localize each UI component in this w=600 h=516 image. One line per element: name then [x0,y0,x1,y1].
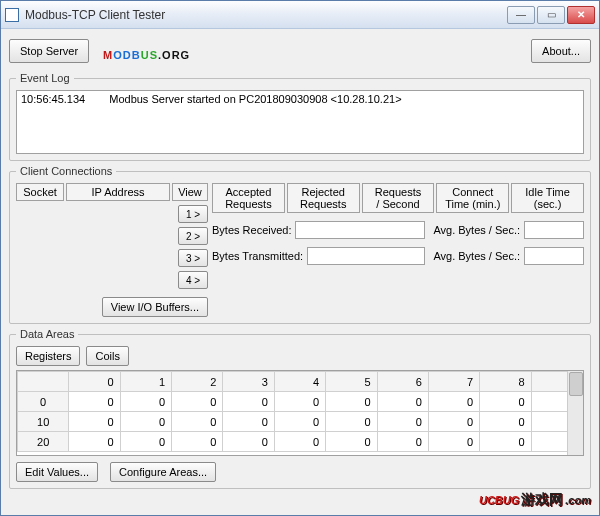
edit-values-button[interactable]: Edit Values... [16,462,98,482]
stop-server-button[interactable]: Stop Server [9,39,89,63]
col-accepted-requests: AcceptedRequests [212,183,285,213]
data-cell[interactable]: 0 [120,412,171,432]
col-hdr: 4 [274,372,325,392]
configure-areas-button[interactable]: Configure Areas... [110,462,216,482]
event-log-list[interactable]: 10:56:45.134 Modbus Server started on PC… [16,90,584,154]
view-1-button[interactable]: 1 > [178,205,208,223]
data-cell[interactable]: 0 [326,432,377,452]
view-io-buffers-button[interactable]: View I/O Buffers... [102,297,208,317]
data-cell[interactable]: 0 [480,412,531,432]
window-title: Modbus-TCP Client Tester [25,8,507,22]
app-window: Modbus-TCP Client Tester — ▭ ✕ Stop Serv… [0,0,600,516]
col-hdr: 7 [428,372,479,392]
minimize-button[interactable]: — [507,6,535,24]
data-cell[interactable]: 0 [120,432,171,452]
avg-bytes-tx-field [524,247,584,265]
content-area: Stop Server MODBUS.ORG About... Event Lo… [1,29,599,499]
data-cell[interactable]: 0 [69,412,120,432]
data-cell[interactable]: 0 [377,412,428,432]
data-areas-legend: Data Areas [16,328,78,340]
col-ip-address: IP Address [66,183,170,201]
view-4-button[interactable]: 4 > [178,271,208,289]
log-message: Modbus Server started on PC201809030908 … [109,93,401,105]
app-icon [5,8,19,22]
data-cell[interactable]: 0 [172,432,223,452]
data-cell[interactable]: 0 [326,412,377,432]
data-cell[interactable]: 0 [480,392,531,412]
data-cell[interactable]: 0 [223,412,274,432]
logo-letter: B [132,49,141,61]
logo-letter: O [162,49,172,61]
logo-letter: U [141,49,150,61]
view-3-button[interactable]: 3 > [178,249,208,267]
data-cell[interactable]: 0 [326,392,377,412]
data-cell[interactable]: 0 [223,432,274,452]
data-cell[interactable]: 0 [120,392,171,412]
col-hdr: 8 [480,372,531,392]
data-areas-group: Data Areas Registers Coils 0 1 2 3 4 5 6 [9,328,591,489]
registers-button[interactable]: Registers [16,346,80,366]
logo-letter: M [103,49,113,61]
logo-letter: S [150,49,158,61]
log-time: 10:56:45.134 [21,93,85,105]
data-cell[interactable]: 0 [428,412,479,432]
scroll-thumb[interactable] [569,372,583,396]
logo-letter: O [113,49,123,61]
maximize-button[interactable]: ▭ [537,6,565,24]
window-controls: — ▭ ✕ [507,6,595,24]
client-connections-group: Client Connections Socket IP Address Vie… [9,165,591,324]
bytes-received-field [295,221,425,239]
data-cell[interactable]: 0 [274,432,325,452]
data-cell[interactable]: 0 [69,392,120,412]
coils-button[interactable]: Coils [86,346,128,366]
col-idle-time: Idle Time(sec.) [511,183,584,213]
logo: MODBUS.ORG [97,35,523,66]
data-cell[interactable]: 0 [274,412,325,432]
data-table: 0 1 2 3 4 5 6 7 8 9 00000000000100000000… [17,371,583,452]
col-hdr: 6 [377,372,428,392]
data-cell[interactable]: 0 [377,432,428,452]
row-hdr: 10 [18,412,69,432]
data-table-wrap[interactable]: 0 1 2 3 4 5 6 7 8 9 00000000000100000000… [16,370,584,456]
table-row: 00000000000 [18,392,583,412]
avg-bytes-tx-label: Avg. Bytes / Sec.: [433,250,520,262]
col-rejected-requests: RejectedRequests [287,183,360,213]
logo-letter: G [181,49,191,61]
data-cell[interactable]: 0 [480,432,531,452]
col-hdr: 2 [172,372,223,392]
data-cell[interactable]: 0 [223,392,274,412]
bytes-transmitted-label: Bytes Transmitted: [212,250,303,262]
row-hdr: 20 [18,432,69,452]
corner-cell [18,372,69,392]
bytes-transmitted-field [307,247,425,265]
data-cell[interactable]: 0 [172,392,223,412]
view-2-button[interactable]: 2 > [178,227,208,245]
col-socket: Socket [16,183,64,201]
logo-letter: D [123,49,132,61]
data-cell[interactable]: 0 [428,432,479,452]
data-cell[interactable]: 0 [377,392,428,412]
table-row: 100000000000 [18,412,583,432]
bytes-received-label: Bytes Received: [212,224,291,236]
col-connect-time: ConnectTime (min.) [436,183,509,213]
row-hdr: 0 [18,392,69,412]
data-cell[interactable]: 0 [172,412,223,432]
col-hdr: 5 [326,372,377,392]
vertical-scrollbar[interactable] [567,371,583,455]
data-cell[interactable]: 0 [428,392,479,412]
event-log-legend: Event Log [16,72,74,84]
titlebar: Modbus-TCP Client Tester — ▭ ✕ [1,1,599,29]
table-header-row: 0 1 2 3 4 5 6 7 8 9 [18,372,583,392]
avg-bytes-recv-field [524,221,584,239]
data-cell[interactable]: 0 [274,392,325,412]
close-button[interactable]: ✕ [567,6,595,24]
event-log-group: Event Log 10:56:45.134 Modbus Server sta… [9,72,591,161]
col-hdr: 3 [223,372,274,392]
col-view: View [172,183,208,201]
client-connections-legend: Client Connections [16,165,116,177]
about-button[interactable]: About... [531,39,591,63]
log-line: 10:56:45.134 Modbus Server started on PC… [21,93,579,105]
col-requests-second: Requests/ Second [362,183,435,213]
data-cell[interactable]: 0 [69,432,120,452]
col-hdr: 1 [120,372,171,392]
